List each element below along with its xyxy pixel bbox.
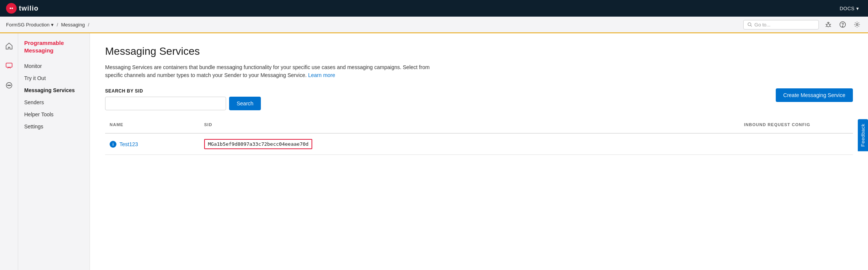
secondary-navigation: FormSG Production ▾ / Messaging / — [0, 17, 868, 33]
sidebar-item-senders[interactable]: Senders — [18, 96, 90, 108]
global-search-input[interactable] — [755, 22, 815, 28]
svg-point-0 — [10, 8, 11, 9]
search-button[interactable]: Search — [229, 97, 261, 110]
help-icon — [839, 21, 846, 28]
messaging-nav-button[interactable] — [2, 59, 16, 73]
svg-rect-13 — [6, 63, 12, 67]
svg-line-3 — [751, 25, 752, 26]
sidebar-item-monitor[interactable]: Monitor — [18, 60, 90, 72]
feedback-tab[interactable]: Feedback — [858, 119, 868, 151]
top-navigation: twilio DOCS ▾ — [0, 0, 868, 17]
messaging-services-table: NAME SID INBOUND REQUEST CONFIG i Test12… — [105, 119, 853, 155]
svg-line-8 — [826, 26, 827, 27]
sid-value: MGa1b5ef9d8097a33c72becc04eeaae70d — [204, 139, 312, 149]
svg-point-17 — [10, 85, 11, 86]
breadcrumb-separator-1: / — [57, 22, 58, 28]
docs-button[interactable]: DOCS ▾ — [837, 4, 862, 13]
row-inbound-cell — [739, 140, 853, 149]
svg-point-1 — [12, 8, 13, 9]
search-section: Search by SID Search Create Messaging Se… — [105, 88, 853, 110]
chevron-down-icon: ▾ — [856, 6, 859, 11]
sidebar-icons — [0, 33, 18, 270]
sidebar-item-messaging-services[interactable]: Messaging Services — [18, 84, 90, 96]
column-header-sid: SID — [200, 119, 739, 130]
docs-label: DOCS — [840, 6, 855, 11]
sidebar-item-settings[interactable]: Settings — [18, 120, 90, 133]
table-row: i Test123 MGa1b5ef9d8097a33c72becc04eeaa… — [105, 134, 853, 155]
search-by-sid-label: Search by SID — [105, 88, 261, 94]
search-left: Search by SID Search — [105, 88, 261, 110]
debugger-button[interactable] — [823, 20, 833, 29]
twilio-logo[interactable]: twilio — [6, 3, 39, 14]
create-messaging-service-button[interactable]: Create Messaging Service — [776, 88, 853, 102]
search-icon — [747, 22, 752, 27]
secondary-nav-right — [743, 20, 862, 29]
twilio-owl-icon — [8, 5, 14, 11]
row-name-cell: i Test123 — [105, 136, 200, 152]
breadcrumb-separator-2: / — [88, 22, 89, 28]
svg-point-16 — [9, 85, 9, 86]
bug-icon — [825, 21, 832, 28]
svg-line-6 — [826, 24, 827, 25]
service-name-link[interactable]: Test123 — [119, 141, 138, 147]
page-description: Messaging Services are containers that b… — [105, 63, 445, 79]
account-name: FormSG Production — [6, 22, 50, 28]
learn-more-link[interactable]: Learn more — [308, 72, 335, 78]
chat-nav-button[interactable] — [2, 79, 16, 92]
warning-icon: i — [110, 141, 116, 148]
svg-point-15 — [8, 85, 8, 86]
svg-line-9 — [830, 26, 831, 27]
svg-line-7 — [830, 24, 831, 25]
search-row: Search — [105, 97, 261, 110]
sidebar-item-try-it-out[interactable]: Try it Out — [18, 72, 90, 84]
chat-icon — [5, 82, 13, 89]
settings-button[interactable] — [852, 20, 862, 29]
top-nav-left: twilio — [6, 3, 39, 14]
messaging-icon — [5, 62, 13, 69]
svg-point-12 — [856, 24, 858, 26]
table-header: NAME SID INBOUND REQUEST CONFIG — [105, 119, 853, 134]
secondary-nav-left: FormSG Production ▾ / Messaging / — [6, 22, 89, 28]
page-title: Messaging Services — [105, 45, 853, 57]
twilio-logo-icon — [6, 3, 17, 14]
description-text: Messaging Services are containers that b… — [105, 64, 429, 78]
home-nav-button[interactable] — [2, 39, 16, 53]
breadcrumb-messaging[interactable]: Messaging — [61, 22, 85, 28]
sidebar-item-helper-tools[interactable]: Helper Tools — [18, 108, 90, 120]
twilio-logo-text: twilio — [19, 5, 39, 12]
column-header-name: NAME — [105, 119, 200, 130]
svg-point-11 — [842, 26, 843, 27]
global-search-box[interactable] — [743, 20, 819, 29]
left-nav-title: Programmable Messaging — [18, 39, 90, 60]
home-icon — [5, 42, 13, 50]
help-button[interactable] — [838, 20, 848, 29]
left-navigation: Programmable Messaging Monitor Try it Ou… — [18, 33, 90, 270]
svg-point-2 — [748, 23, 751, 26]
account-chevron-icon: ▾ — [51, 22, 54, 28]
sid-search-input[interactable] — [105, 97, 226, 110]
settings-icon — [854, 21, 860, 28]
svg-point-4 — [827, 24, 830, 27]
top-nav-right: DOCS ▾ — [837, 4, 862, 13]
main-content: Messaging Services Messaging Services ar… — [90, 33, 868, 270]
row-sid-cell: MGa1b5ef9d8097a33c72becc04eeaae70d — [200, 134, 739, 154]
column-header-inbound: INBOUND REQUEST CONFIG — [739, 119, 853, 130]
account-selector[interactable]: FormSG Production ▾ — [6, 22, 54, 28]
main-layout: Programmable Messaging Monitor Try it Ou… — [0, 33, 868, 270]
